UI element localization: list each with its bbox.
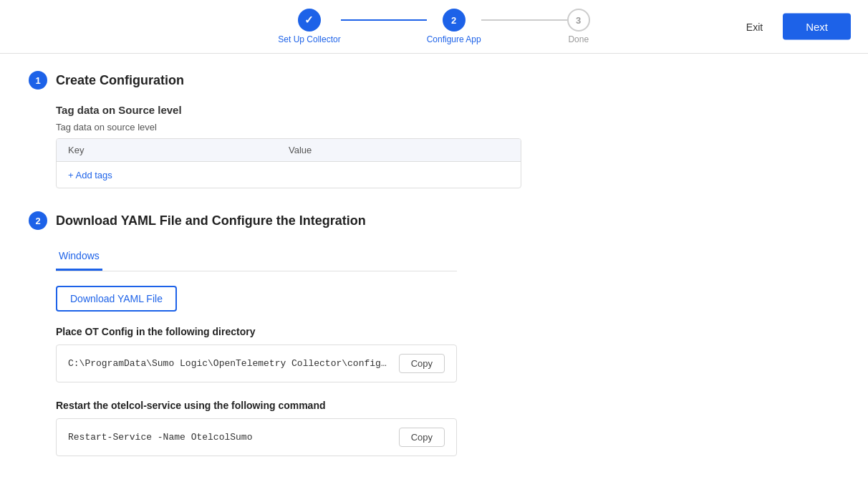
step-2: 2 Configure App — [427, 9, 481, 44]
col-value: Value — [289, 145, 509, 155]
section-2-title: Download YAML File and Configure the Int… — [56, 213, 366, 228]
step-2-number: 2 — [451, 15, 456, 26]
section-1-number: 1 — [29, 71, 47, 90]
restart-title: Restart the otelcol-service using the fo… — [56, 400, 616, 411]
step-3-number: 3 — [576, 15, 581, 26]
main-content: 1 Create Configuration Tag data on Sourc… — [0, 54, 645, 477]
restart-code-text: Restart-Service -Name OtelcolSumo — [68, 432, 390, 443]
section-2: 2 Download YAML File and Configure the I… — [29, 211, 616, 456]
tags-table-body: + Add tags — [57, 162, 521, 188]
step-3-circle: 3 — [567, 9, 590, 32]
step-1-label: Set Up Collector — [278, 34, 340, 44]
directory-code-block: C:\ProgramData\Sumo Logic\OpenTelemetry … — [56, 344, 457, 382]
step-2-label: Configure App — [427, 34, 481, 44]
tag-data-subtitle: Tag data on Source level — [56, 104, 616, 116]
tab-windows[interactable]: Windows — [56, 244, 102, 271]
tags-table-header: Key Value — [57, 139, 521, 162]
download-yaml-button[interactable]: Download YAML File — [56, 286, 177, 312]
stepper: ✓ Set Up Collector 2 Configure App 3 Don… — [278, 9, 589, 44]
section-2-header: 2 Download YAML File and Configure the I… — [29, 211, 616, 230]
header-actions: Exit Next — [738, 14, 851, 40]
step-connector-1 — [341, 19, 427, 21]
section-2-number: 2 — [29, 211, 47, 230]
step-connector-2 — [481, 19, 567, 21]
step-3-label: Done — [568, 34, 589, 44]
tabs: Windows — [56, 244, 457, 271]
copy-restart-button[interactable]: Copy — [399, 428, 445, 447]
step-2-circle: 2 — [443, 9, 466, 32]
directory-code-text: C:\ProgramData\Sumo Logic\OpenTelemetry … — [68, 358, 390, 369]
exit-button[interactable]: Exit — [738, 15, 771, 38]
tags-table: Key Value + Add tags — [56, 138, 521, 188]
step-1: ✓ Set Up Collector — [278, 9, 340, 44]
next-button[interactable]: Next — [783, 14, 851, 40]
step-3: 3 Done — [567, 9, 590, 44]
header: ✓ Set Up Collector 2 Configure App 3 Don… — [0, 0, 868, 54]
col-key: Key — [68, 145, 289, 155]
tag-data-label: Tag data on source level — [56, 122, 616, 132]
checkmark-icon: ✓ — [304, 14, 314, 26]
add-tags-button[interactable]: + Add tags — [68, 170, 112, 180]
restart-code-block: Restart-Service -Name OtelcolSumo Copy — [56, 418, 457, 456]
step-1-circle: ✓ — [298, 9, 321, 32]
section-1-title: Create Configuration — [56, 73, 184, 88]
section-1-header: 1 Create Configuration — [29, 71, 616, 90]
copy-directory-button[interactable]: Copy — [399, 354, 445, 373]
place-config-title: Place OT Config in the following directo… — [56, 326, 616, 337]
